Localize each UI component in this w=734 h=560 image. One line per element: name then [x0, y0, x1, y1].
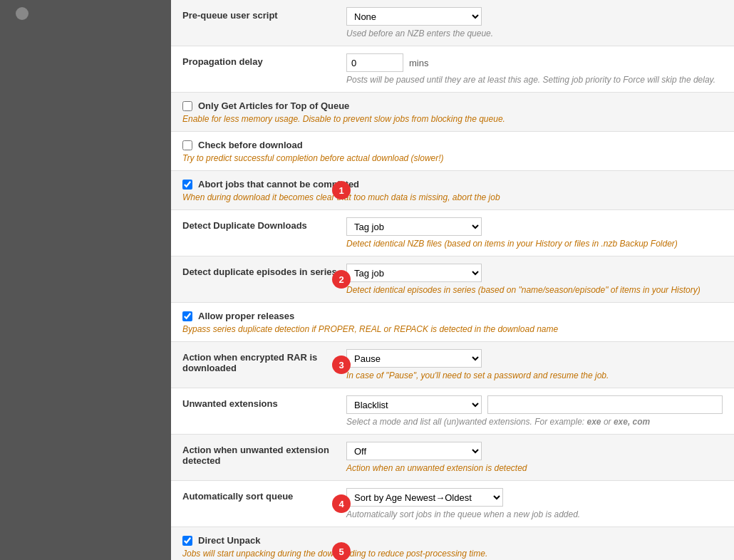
badge-abort-jobs: 1 — [332, 181, 351, 199]
settings-row-unwanted-extensions: Unwanted extensionsBlacklistWhitelistOff… — [171, 388, 734, 435]
hint-detect-duplicate-episodes: Detect identical episodes in series (bas… — [346, 285, 723, 295]
badge-auto-sort-queue: 4 — [332, 494, 351, 513]
checkbox-row-direct-unpack: Direct Unpack — [182, 534, 723, 546]
hint-propagation-delay: Posts will be paused until they are at l… — [346, 75, 723, 85]
select-unwanted-extensions[interactable]: BlacklistWhitelistOff — [346, 395, 482, 414]
badge-action-encrypted-rar: 3 — [332, 356, 351, 374]
control-col-detect-duplicate-downloads: Tag jobAbortPauseOffDetect identical NZB… — [346, 217, 723, 249]
control-col-detect-duplicate-episodes: Tag jobAbortPauseOffDetect identical epi… — [346, 264, 723, 295]
label-detect-duplicate-episodes: Detect duplicate episodes in series — [182, 264, 346, 277]
settings-row-action-encrypted-rar: 3Action when encrypted RAR is downloaded… — [171, 342, 734, 388]
text-input-unwanted-extensions[interactable] — [487, 395, 723, 414]
checkbox-direct-unpack[interactable] — [182, 536, 192, 546]
settings-row-pre-queue-script: Pre-queue user scriptNoneUsed before an … — [171, 0, 734, 46]
checkbox-label-only-get-articles: Only Get Articles for Top of Queue — [198, 100, 349, 111]
settings-row-check-before-download: Check before downloadTry to predict succ… — [171, 132, 734, 171]
checkbox-label-check-before-download: Check before download — [198, 140, 303, 150]
checkbox-row-abort-jobs: Abort jobs that cannot be completed — [182, 178, 723, 190]
sidebar — [0, 0, 171, 560]
label-unwanted-extensions: Unwanted extensions — [182, 395, 346, 409]
hint-unwanted-extensions: Select a mode and list all (un)wanted ex… — [346, 417, 723, 427]
checkbox-abort-jobs[interactable] — [182, 180, 192, 190]
label-propagation-delay: Propagation delay — [182, 53, 346, 67]
hint-action-encrypted-rar: In case of "Pause", you'll need to set a… — [346, 370, 723, 380]
label-auto-sort-queue: Automatically sort queue — [182, 488, 346, 502]
checkbox-check-before-download[interactable] — [182, 140, 192, 150]
help-icon[interactable] — [16, 7, 29, 20]
settings-row-abort-jobs: 1Abort jobs that cannot be completedWhen… — [171, 171, 734, 210]
hint-abort-jobs: When during download it becomes clear th… — [182, 192, 723, 202]
checkbox-allow-proper-releases[interactable] — [182, 311, 192, 321]
control-col-action-encrypted-rar: PauseAbortOffIn case of "Pause", you'll … — [346, 349, 723, 380]
checkbox-row-only-get-articles: Only Get Articles for Top of Queue — [182, 100, 723, 111]
units-propagation-delay: mins — [409, 58, 428, 68]
checkbox-label-direct-unpack: Direct Unpack — [198, 535, 260, 546]
number-input-propagation-delay[interactable] — [346, 53, 403, 72]
settings-row-detect-duplicate-episodes: 2Detect duplicate episodes in seriesTag … — [171, 256, 734, 303]
control-col-allow-proper-releases: Allow proper releasesBypass series dupli… — [182, 310, 723, 334]
hint-allow-proper-releases: Bypass series duplicate detection if PRO… — [182, 324, 723, 334]
control-col-pre-queue-script: NoneUsed before an NZB enters the queue. — [346, 7, 723, 38]
select-action-unwanted-extension[interactable]: OffPauseAbort — [346, 442, 482, 460]
control-col-check-before-download: Check before downloadTry to predict succ… — [182, 139, 723, 163]
hint-auto-sort-queue: Automatically sort jobs in the queue whe… — [346, 509, 723, 519]
settings-row-auto-sort-queue: 4Automatically sort queueSort by Age New… — [171, 481, 734, 527]
badge-detect-duplicate-episodes: 2 — [332, 270, 351, 289]
settings-row-action-unwanted-extension: Action when unwanted extension detectedO… — [171, 435, 734, 481]
hint-action-unwanted-extension: Action when an unwanted extension is det… — [346, 463, 723, 473]
select-auto-sort-queue[interactable]: Sort by Age Newest→OldestSort by Age Old… — [346, 488, 503, 507]
settings-row-allow-proper-releases: Allow proper releasesBypass series dupli… — [171, 303, 734, 342]
control-col-unwanted-extensions: BlacklistWhitelistOffSelect a mode and l… — [346, 395, 723, 427]
label-action-encrypted-rar: Action when encrypted RAR is downloaded — [182, 349, 346, 373]
control-col-propagation-delay: minsPosts will be paused until they are … — [346, 53, 723, 85]
control-col-auto-sort-queue: Sort by Age Newest→OldestSort by Age Old… — [346, 488, 723, 519]
sidebar-header — [0, 0, 171, 27]
control-col-direct-unpack: Direct UnpackJobs will start unpacking d… — [182, 534, 723, 560]
control-col-only-get-articles: Only Get Articles for Top of QueueEnable… — [182, 100, 723, 124]
hint-detect-duplicate-downloads: Detect identical NZB files (based on ite… — [346, 239, 723, 249]
label-detect-duplicate-downloads: Detect Duplicate Downloads — [182, 217, 346, 231]
settings-row-propagation-delay: Propagation delayminsPosts will be pause… — [171, 46, 734, 93]
control-col-action-unwanted-extension: OffPauseAbortAction when an unwanted ext… — [346, 442, 723, 473]
control-col-abort-jobs: Abort jobs that cannot be completedWhen … — [182, 178, 723, 202]
checkbox-row-allow-proper-releases: Allow proper releases — [182, 310, 723, 321]
settings-row-detect-duplicate-downloads: Detect Duplicate DownloadsTag jobAbortPa… — [171, 210, 734, 256]
label-action-unwanted-extension: Action when unwanted extension detected — [182, 442, 346, 466]
hint-pre-queue-script: Used before an NZB enters the queue. — [346, 28, 723, 38]
checkbox-only-get-articles[interactable] — [182, 101, 192, 111]
hint-direct-unpack: Jobs will start unpacking during the dow… — [182, 549, 723, 560]
select-pre-queue-script[interactable]: None — [346, 7, 482, 26]
checkbox-row-check-before-download: Check before download — [182, 139, 723, 150]
hint-only-get-articles: Enable for less memory usage. Disable to… — [182, 114, 723, 124]
select-detect-duplicate-downloads[interactable]: Tag jobAbortPauseOff — [346, 217, 482, 236]
main-content: Pre-queue user scriptNoneUsed before an … — [171, 0, 734, 560]
hint-check-before-download: Try to predict successful completion bef… — [182, 153, 723, 163]
label-pre-queue-script: Pre-queue user script — [182, 7, 346, 21]
settings-row-only-get-articles: Only Get Articles for Top of QueueEnable… — [171, 93, 734, 132]
settings-row-direct-unpack: 5Direct UnpackJobs will start unpacking … — [171, 527, 734, 560]
select-detect-duplicate-episodes[interactable]: Tag jobAbortPauseOff — [346, 264, 482, 282]
select-action-encrypted-rar[interactable]: PauseAbortOff — [346, 349, 482, 368]
badge-direct-unpack: 5 — [332, 542, 351, 560]
checkbox-label-allow-proper-releases: Allow proper releases — [198, 311, 294, 321]
